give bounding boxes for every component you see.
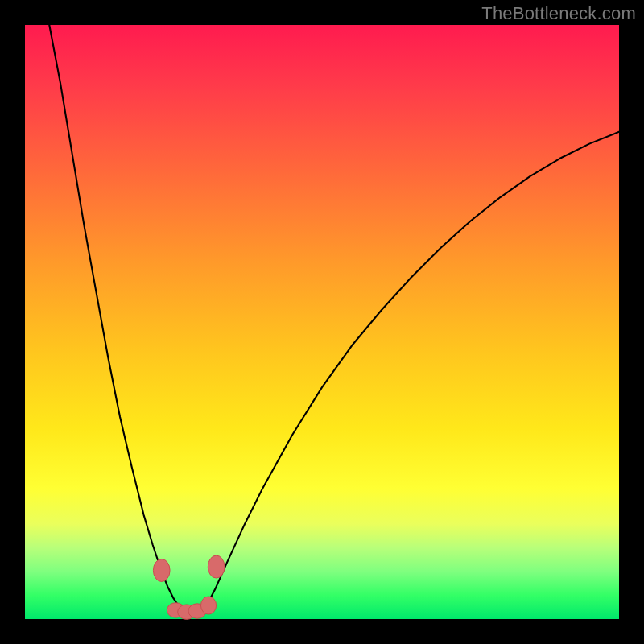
watermark-text: TheBottleneck.com bbox=[481, 3, 636, 24]
marker-group bbox=[153, 555, 225, 619]
bottleneck-curve bbox=[49, 25, 619, 616]
outer-frame: TheBottleneck.com bbox=[0, 0, 644, 644]
marker-bead-5 bbox=[208, 555, 225, 578]
curve-layer bbox=[25, 25, 619, 619]
marker-bead-0 bbox=[153, 559, 170, 581]
marker-bead-4 bbox=[200, 597, 216, 614]
plot-area bbox=[25, 25, 619, 619]
